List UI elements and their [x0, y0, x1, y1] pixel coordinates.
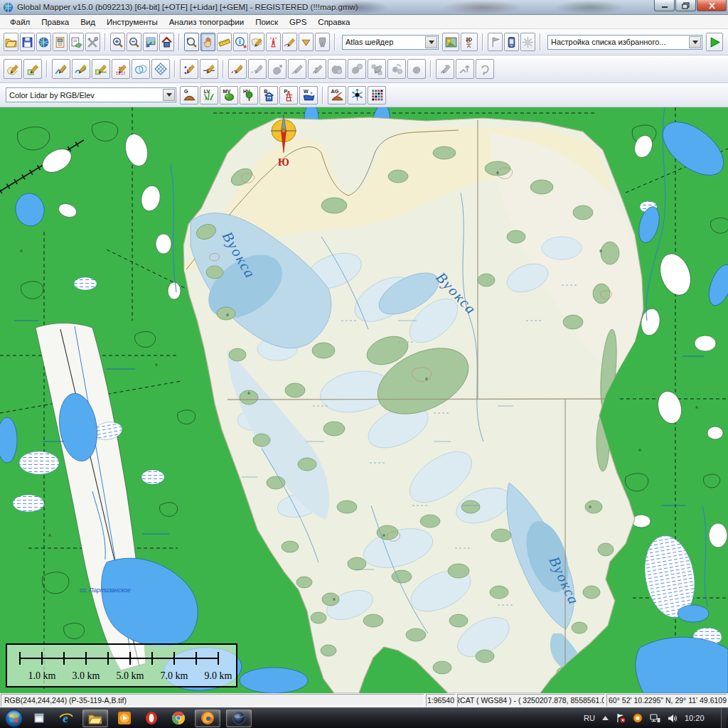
pan-tool-button[interactable]	[200, 33, 215, 51]
feature-info-button[interactable]: i	[233, 33, 248, 51]
save-button[interactable]	[20, 33, 35, 51]
toolbar-digitizer: 36	[0, 55, 728, 83]
digitizer-tool-button[interactable]	[250, 33, 264, 51]
favorites-combobox-arrow[interactable]	[689, 36, 701, 48]
toolbar-lidar: Color Lidar by RGB/Elev G LV MV HV B P W…	[0, 83, 728, 107]
menu-search[interactable]: Поиск	[250, 15, 284, 29]
zoom-out-button[interactable]	[127, 33, 141, 51]
lidar-color-combobox-arrow[interactable]	[163, 89, 175, 101]
map-view[interactable]: оз. Партизанское	[0, 107, 728, 693]
map-canvas[interactable]: оз. Партизанское	[0, 107, 728, 693]
insert-vertex-button[interactable]	[288, 59, 306, 79]
edit-selected-features-button[interactable]	[248, 59, 267, 79]
copy-feature-button[interactable]	[456, 59, 474, 79]
measure-digitizer-button[interactable]	[436, 59, 454, 79]
minimize-button[interactable]	[654, 0, 675, 11]
create-line-button[interactable]	[52, 59, 70, 79]
lidar-low-vegetation-button[interactable]: LV	[200, 86, 218, 105]
create-rectangle-button[interactable]	[23, 59, 42, 79]
resample-feature-button[interactable]	[407, 59, 426, 79]
lidar-high-vegetation-button[interactable]: HV	[240, 86, 258, 105]
taskbar-clock[interactable]: 10:20	[685, 714, 717, 722]
open-file-button[interactable]	[4, 33, 18, 51]
menu-tools[interactable]: Инструменты	[101, 15, 164, 29]
measure-tool-button[interactable]	[217, 33, 232, 51]
fly-through-button[interactable]	[299, 33, 314, 51]
menu-gps[interactable]: GPS	[284, 15, 312, 29]
open-data-files-button[interactable]	[53, 33, 68, 51]
create-range-ring-button[interactable]: 36	[112, 59, 130, 79]
lidar-water-button[interactable]: W	[299, 86, 318, 105]
menu-view[interactable]: Вид	[75, 15, 101, 29]
lidar-color-grid-button[interactable]	[368, 86, 386, 105]
show-desktop-button[interactable]	[721, 708, 727, 728]
create-point-at-coordinate-button[interactable]	[200, 59, 218, 79]
chrome-icon[interactable]	[168, 710, 189, 727]
menu-terrain-analysis[interactable]: Анализ топографии	[164, 15, 250, 29]
scale-bar-ticks	[7, 645, 236, 669]
lidar-power-line-button[interactable]: P	[279, 86, 298, 105]
taskbar-app-window-icon[interactable]	[28, 710, 50, 727]
zoom-in-button[interactable]	[110, 33, 125, 51]
move-feature-button[interactable]	[268, 59, 287, 79]
internet-explorer-icon[interactable]: e	[55, 710, 77, 727]
configuration-button[interactable]	[85, 33, 100, 51]
create-area-button[interactable]	[4, 59, 22, 79]
lidar-color-combobox[interactable]: Color Lidar by RGB/Elev	[6, 87, 176, 102]
lidar-ground-button[interactable]: G	[180, 86, 198, 105]
lidar-filter-button[interactable]	[348, 86, 366, 105]
shader-combobox-arrow[interactable]	[425, 36, 437, 48]
network-tray-icon[interactable]	[650, 714, 660, 723]
close-button[interactable]	[697, 0, 727, 11]
overlay-control-center-button[interactable]	[69, 33, 84, 51]
shader-combobox[interactable]: Atlas шейдер	[342, 35, 439, 50]
global-mapper-window: Global Mapper v15.0 (b092213) [64-bit] […	[0, 0, 728, 728]
view-3d-button[interactable]: 3D	[461, 33, 478, 51]
crop-areas-button[interactable]	[348, 59, 366, 79]
media-player-icon[interactable]	[114, 710, 135, 727]
web-globe-button[interactable]	[36, 33, 51, 51]
restore-button[interactable]	[675, 0, 696, 11]
gps-star-button[interactable]	[520, 33, 535, 51]
windows-explorer-icon[interactable]	[82, 710, 108, 727]
create-line-trace-button[interactable]	[72, 59, 90, 79]
create-regular-grid-button[interactable]	[151, 59, 170, 79]
walk-mode-button[interactable]	[315, 33, 330, 51]
start-button[interactable]	[1, 708, 26, 728]
snap-vertices-button[interactable]	[368, 59, 386, 79]
zoom-tool-button[interactable]	[184, 33, 199, 51]
lidar-ground-letter: G	[183, 89, 188, 95]
language-indicator[interactable]: RU	[584, 714, 595, 722]
volume-tray-icon[interactable]	[668, 714, 678, 723]
combine-areas-button[interactable]	[328, 59, 346, 79]
create-point-button[interactable]	[180, 59, 198, 79]
menu-edit[interactable]: Правка	[36, 15, 75, 29]
menu-help[interactable]: Справка	[312, 15, 355, 29]
firefox-icon[interactable]	[195, 710, 220, 727]
undo-digitizer-button[interactable]	[476, 59, 494, 79]
lidar-building-button[interactable]: B	[259, 86, 278, 105]
gps-flag-button[interactable]	[488, 33, 503, 51]
delete-vertex-button[interactable]	[308, 59, 326, 79]
action-center-flag-icon[interactable]	[616, 713, 626, 723]
apply-favorite-button[interactable]	[706, 33, 723, 51]
lidar-medium-vegetation-button[interactable]: MV	[220, 86, 238, 105]
edit-dashed-line-button[interactable]	[228, 59, 247, 79]
attach-features-button[interactable]	[387, 59, 406, 79]
opera-icon[interactable]	[141, 710, 162, 727]
full-view-button[interactable]	[143, 33, 158, 51]
home-view-button[interactable]	[159, 33, 174, 51]
create-concentric-circles-button[interactable]	[132, 59, 150, 79]
menu-file[interactable]: Файл	[4, 15, 36, 29]
shader-options-button[interactable]	[442, 33, 459, 51]
antivirus-tray-icon[interactable]	[633, 713, 643, 723]
global-mapper-taskbar-icon[interactable]	[226, 710, 252, 727]
create-rectangle-line-button[interactable]	[92, 59, 110, 79]
path-profile-button[interactable]	[282, 33, 297, 51]
view-shed-tower-button[interactable]	[266, 33, 281, 51]
favorites-combobox[interactable]: Настройка списка избранного...	[547, 35, 702, 50]
gps-device-button[interactable]	[504, 33, 519, 51]
lidar-above-ground-button[interactable]: AG	[328, 86, 346, 105]
lidar-color-combobox-value: Color Lidar by RGB/Elev	[9, 91, 163, 100]
show-hidden-icons-button[interactable]	[602, 716, 609, 720]
